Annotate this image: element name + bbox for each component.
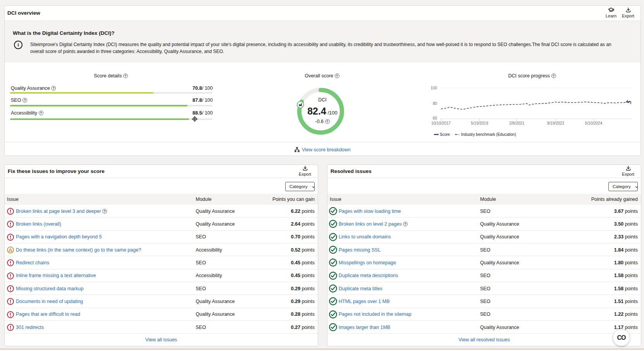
- svg-text:9/19/2022: 9/19/2022: [547, 121, 565, 125]
- svg-text:Score: Score: [440, 132, 450, 137]
- svg-text:10/10/2017: 10/10/2017: [431, 121, 451, 125]
- svg-text:2/8/2021: 2/8/2021: [510, 121, 525, 125]
- svg-text:80: 80: [433, 101, 437, 106]
- svg-text:60: 60: [433, 116, 437, 120]
- svg-text:5/19/2019: 5/19/2019: [471, 121, 488, 125]
- svg-text:100: 100: [430, 86, 437, 90]
- svg-text:5/10/2024: 5/10/2024: [585, 121, 603, 125]
- svg-text:Industry benchmark (Education): Industry benchmark (Education): [461, 132, 516, 137]
